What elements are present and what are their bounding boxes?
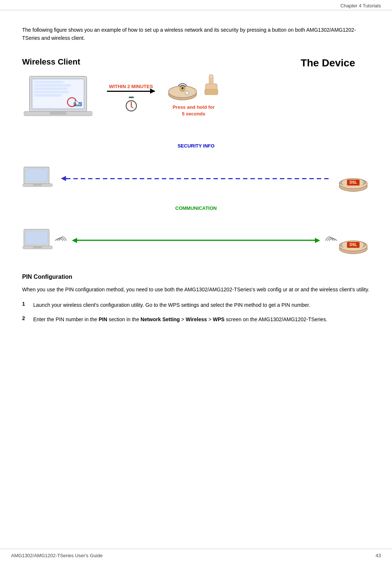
communication-label: COMMUNICATION bbox=[175, 205, 216, 211]
pin-step-2: 2 Enter the PIN number in the PIN sectio… bbox=[22, 315, 370, 323]
wireless-client-device: Save bbox=[22, 73, 96, 124]
green-arrow-head-right bbox=[315, 238, 320, 243]
svg-line-17 bbox=[131, 107, 133, 108]
svg-rect-36 bbox=[25, 231, 48, 244]
svg-rect-28 bbox=[25, 169, 48, 182]
laptop-with-waves-icon bbox=[22, 228, 68, 253]
network-setting-bold: Network Setting bbox=[141, 316, 180, 322]
step1-diagram: Save WITHIN 2 MINUTES bbox=[22, 73, 370, 124]
svg-rect-13 bbox=[50, 112, 66, 115]
svg-point-21 bbox=[182, 87, 184, 89]
svg-rect-26 bbox=[210, 75, 212, 77]
security-info-label: SECURITY INFO bbox=[177, 143, 214, 149]
router-with-waves-icon: DSL bbox=[324, 226, 370, 255]
svg-rect-4 bbox=[34, 84, 71, 87]
communication-label-area: COMMUNICATION bbox=[22, 205, 370, 211]
wps-bold: WPS bbox=[213, 316, 225, 322]
page-header: Chapter 4 Tutorials bbox=[0, 0, 392, 10]
svg-rect-7 bbox=[34, 94, 62, 97]
green-line bbox=[77, 240, 315, 241]
svg-rect-30 bbox=[33, 184, 42, 186]
svg-rect-5 bbox=[34, 87, 67, 90]
dashed-arrow bbox=[61, 176, 331, 181]
dashed-arrow-head bbox=[61, 176, 66, 181]
svg-rect-3 bbox=[34, 81, 63, 83]
arrow-line bbox=[107, 91, 155, 92]
wireless-client-label: Wireless Client bbox=[22, 57, 80, 69]
step1-arrow-area: WITHIN 2 MINUTES bbox=[107, 73, 155, 110]
diagram-area: Wireless Client The Device bbox=[22, 53, 370, 259]
svg-rect-38 bbox=[33, 246, 42, 248]
dashed-line bbox=[66, 178, 331, 179]
wireless-bold: Wireless bbox=[186, 316, 207, 322]
pin-config-intro: When you use the PIN configuration metho… bbox=[22, 285, 370, 294]
svg-rect-6 bbox=[34, 91, 69, 93]
the-device-label: The Device bbox=[301, 57, 355, 69]
svg-text:DSL: DSL bbox=[350, 243, 357, 247]
security-info-row: DSL bbox=[22, 163, 370, 194]
pin-bold: PIN bbox=[98, 316, 107, 322]
pin-step-2-number: 2 bbox=[22, 315, 33, 321]
dsl-router-right-icon: DSL bbox=[337, 163, 370, 194]
svg-point-22 bbox=[185, 91, 189, 95]
pin-step-1-number: 1 bbox=[22, 301, 33, 307]
green-arrow-head-left bbox=[72, 238, 77, 243]
finger-press-icon bbox=[201, 73, 221, 98]
intro-paragraph: The following figure shows you an exampl… bbox=[22, 26, 370, 42]
svg-rect-25 bbox=[205, 89, 218, 95]
footer-page-number: 43 bbox=[376, 553, 381, 558]
pin-step-1-text: Launch your wireless client's configurat… bbox=[33, 301, 310, 309]
right-arrow bbox=[107, 91, 155, 92]
double-green-arrow bbox=[72, 238, 320, 243]
within-2-minutes-label: WITHIN 2 MINUTES bbox=[109, 84, 153, 89]
page-footer: AMG1302/AMG1202-TSeries User's Guide 43 bbox=[0, 549, 392, 562]
security-info-label-area: SECURITY INFO bbox=[22, 143, 370, 149]
chapter-title: Chapter 4 Tutorials bbox=[340, 3, 381, 8]
wps-device-area: Press and hold for 5 seconds bbox=[166, 73, 221, 117]
timer-icon bbox=[124, 96, 138, 110]
svg-rect-14 bbox=[129, 97, 134, 98]
pin-configuration-section: PIN Configuration When you use the PIN c… bbox=[22, 274, 370, 323]
communication-row: DSL bbox=[22, 226, 370, 255]
pin-config-title: PIN Configuration bbox=[22, 274, 370, 280]
laptop-left-icon bbox=[22, 165, 55, 192]
press-hold-label: Press and hold for 5 seconds bbox=[173, 104, 215, 117]
svg-text:DSL: DSL bbox=[350, 180, 357, 184]
diagram-labels-row: Wireless Client The Device bbox=[22, 57, 370, 69]
device-and-finger bbox=[166, 73, 221, 102]
pin-step-2-text: Enter the PIN number in the PIN section … bbox=[33, 315, 327, 323]
wifi-router-icon bbox=[166, 73, 199, 102]
footer-guide-name: AMG1302/AMG1202-TSeries User's Guide bbox=[11, 553, 103, 558]
pin-step-1: 1 Launch your wireless client's configur… bbox=[22, 301, 370, 309]
laptop-icon: Save bbox=[22, 73, 96, 124]
step2-diagram: SECURITY INFO bbox=[22, 143, 370, 194]
step3-diagram: COMMUNICATION bbox=[22, 205, 370, 255]
